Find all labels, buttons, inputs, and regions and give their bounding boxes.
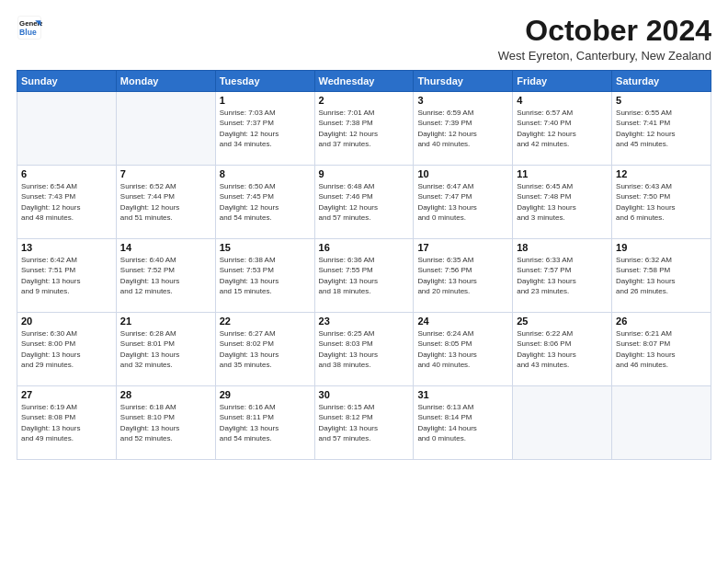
day-number: 28 bbox=[120, 389, 211, 400]
cell-w4-d3: 23Sunrise: 6:25 AM Sunset: 8:03 PM Dayli… bbox=[314, 313, 414, 386]
cell-w1-d3: 2Sunrise: 7:01 AM Sunset: 7:38 PM Daylig… bbox=[314, 92, 414, 166]
day-info: Sunrise: 6:30 AM Sunset: 8:00 PM Dayligh… bbox=[21, 328, 112, 370]
day-number: 15 bbox=[220, 242, 311, 253]
logo: General Blue bbox=[17, 15, 42, 40]
week-row-1: 1Sunrise: 7:03 AM Sunset: 7:37 PM Daylig… bbox=[17, 92, 711, 166]
day-info: Sunrise: 6:59 AM Sunset: 7:39 PM Dayligh… bbox=[417, 108, 508, 149]
cell-w1-d0 bbox=[17, 92, 117, 166]
cell-w5-d0: 27Sunrise: 6:19 AM Sunset: 8:08 PM Dayli… bbox=[17, 386, 117, 460]
day-number: 12 bbox=[616, 168, 707, 179]
day-number: 24 bbox=[417, 316, 508, 327]
header: General Blue October 2024 West Eyreton, … bbox=[17, 15, 711, 63]
day-info: Sunrise: 6:55 AM Sunset: 7:41 PM Dayligh… bbox=[616, 108, 707, 149]
day-info: Sunrise: 6:25 AM Sunset: 8:03 PM Dayligh… bbox=[319, 328, 410, 370]
col-sunday: Sunday bbox=[17, 71, 117, 92]
cell-w1-d1 bbox=[116, 92, 215, 166]
day-info: Sunrise: 6:27 AM Sunset: 8:02 PM Dayligh… bbox=[220, 328, 311, 370]
header-row: Sunday Monday Tuesday Wednesday Thursday… bbox=[17, 71, 711, 92]
day-number: 11 bbox=[517, 168, 608, 179]
col-monday: Monday bbox=[116, 71, 215, 92]
day-info: Sunrise: 6:19 AM Sunset: 8:08 PM Dayligh… bbox=[21, 402, 112, 443]
cell-w1-d5: 4Sunrise: 6:57 AM Sunset: 7:40 PM Daylig… bbox=[513, 92, 612, 166]
cell-w4-d0: 20Sunrise: 6:30 AM Sunset: 8:00 PM Dayli… bbox=[17, 313, 117, 386]
day-info: Sunrise: 6:24 AM Sunset: 8:05 PM Dayligh… bbox=[417, 328, 508, 370]
cell-w5-d4: 31Sunrise: 6:13 AM Sunset: 8:14 PM Dayli… bbox=[414, 386, 513, 460]
day-info: Sunrise: 6:15 AM Sunset: 8:12 PM Dayligh… bbox=[319, 402, 410, 443]
day-number: 27 bbox=[21, 389, 112, 400]
day-number: 2 bbox=[319, 95, 410, 106]
cell-w2-d0: 6Sunrise: 6:54 AM Sunset: 7:43 PM Daylig… bbox=[17, 166, 117, 239]
day-number: 5 bbox=[616, 95, 707, 106]
day-info: Sunrise: 6:16 AM Sunset: 8:11 PM Dayligh… bbox=[220, 402, 311, 443]
cell-w3-d0: 13Sunrise: 6:42 AM Sunset: 7:51 PM Dayli… bbox=[17, 239, 117, 313]
day-number: 23 bbox=[319, 316, 410, 327]
day-info: Sunrise: 6:38 AM Sunset: 7:53 PM Dayligh… bbox=[220, 255, 311, 296]
day-info: Sunrise: 6:21 AM Sunset: 8:07 PM Dayligh… bbox=[616, 328, 707, 370]
cell-w3-d2: 15Sunrise: 6:38 AM Sunset: 7:53 PM Dayli… bbox=[215, 239, 314, 313]
day-info: Sunrise: 6:36 AM Sunset: 7:55 PM Dayligh… bbox=[319, 255, 410, 296]
calendar-table: Sunday Monday Tuesday Wednesday Thursday… bbox=[17, 70, 711, 460]
day-info: Sunrise: 6:47 AM Sunset: 7:47 PM Dayligh… bbox=[417, 181, 508, 223]
page: General Blue October 2024 West Eyreton, … bbox=[0, 0, 728, 563]
day-info: Sunrise: 6:54 AM Sunset: 7:43 PM Dayligh… bbox=[21, 181, 112, 223]
cell-w3-d4: 17Sunrise: 6:35 AM Sunset: 7:56 PM Dayli… bbox=[414, 239, 513, 313]
day-number: 31 bbox=[417, 389, 508, 400]
cell-w5-d5 bbox=[513, 386, 612, 460]
cell-w5-d3: 30Sunrise: 6:15 AM Sunset: 8:12 PM Dayli… bbox=[314, 386, 414, 460]
cell-w4-d2: 22Sunrise: 6:27 AM Sunset: 8:02 PM Dayli… bbox=[215, 313, 314, 386]
cell-w2-d6: 12Sunrise: 6:43 AM Sunset: 7:50 PM Dayli… bbox=[612, 166, 711, 239]
day-number: 4 bbox=[517, 95, 608, 106]
svg-text:Blue: Blue bbox=[19, 28, 37, 37]
day-number: 26 bbox=[616, 316, 707, 327]
day-number: 21 bbox=[120, 316, 211, 327]
day-info: Sunrise: 6:42 AM Sunset: 7:51 PM Dayligh… bbox=[21, 255, 112, 296]
day-number: 18 bbox=[517, 242, 608, 253]
cell-w1-d6: 5Sunrise: 6:55 AM Sunset: 7:41 PM Daylig… bbox=[612, 92, 711, 166]
day-number: 14 bbox=[120, 242, 211, 253]
day-number: 17 bbox=[417, 242, 508, 253]
col-saturday: Saturday bbox=[612, 71, 711, 92]
day-number: 8 bbox=[220, 168, 311, 179]
day-info: Sunrise: 6:40 AM Sunset: 7:52 PM Dayligh… bbox=[120, 255, 211, 296]
cell-w1-d4: 3Sunrise: 6:59 AM Sunset: 7:39 PM Daylig… bbox=[414, 92, 513, 166]
cell-w3-d5: 18Sunrise: 6:33 AM Sunset: 7:57 PM Dayli… bbox=[513, 239, 612, 313]
month-title: October 2024 bbox=[498, 15, 711, 47]
day-info: Sunrise: 6:22 AM Sunset: 8:06 PM Dayligh… bbox=[517, 328, 608, 370]
day-number: 1 bbox=[220, 95, 311, 106]
day-info: Sunrise: 6:13 AM Sunset: 8:14 PM Dayligh… bbox=[417, 402, 508, 443]
day-number: 25 bbox=[517, 316, 608, 327]
day-info: Sunrise: 6:28 AM Sunset: 8:01 PM Dayligh… bbox=[120, 328, 211, 370]
day-number: 20 bbox=[21, 316, 112, 327]
cell-w5-d2: 29Sunrise: 6:16 AM Sunset: 8:11 PM Dayli… bbox=[215, 386, 314, 460]
day-number: 9 bbox=[319, 168, 410, 179]
col-tuesday: Tuesday bbox=[215, 71, 314, 92]
day-info: Sunrise: 6:32 AM Sunset: 7:58 PM Dayligh… bbox=[616, 255, 707, 296]
cell-w3-d3: 16Sunrise: 6:36 AM Sunset: 7:55 PM Dayli… bbox=[314, 239, 414, 313]
location: West Eyreton, Canterbury, New Zealand bbox=[498, 49, 711, 63]
day-number: 3 bbox=[417, 95, 508, 106]
cell-w5-d1: 28Sunrise: 6:18 AM Sunset: 8:10 PM Dayli… bbox=[116, 386, 215, 460]
cell-w2-d3: 9Sunrise: 6:48 AM Sunset: 7:46 PM Daylig… bbox=[314, 166, 414, 239]
col-friday: Friday bbox=[513, 71, 612, 92]
col-thursday: Thursday bbox=[414, 71, 513, 92]
day-info: Sunrise: 6:43 AM Sunset: 7:50 PM Dayligh… bbox=[616, 181, 707, 223]
cell-w4-d5: 25Sunrise: 6:22 AM Sunset: 8:06 PM Dayli… bbox=[513, 313, 612, 386]
day-info: Sunrise: 6:52 AM Sunset: 7:44 PM Dayligh… bbox=[120, 181, 211, 223]
cell-w3-d1: 14Sunrise: 6:40 AM Sunset: 7:52 PM Dayli… bbox=[116, 239, 215, 313]
week-row-2: 6Sunrise: 6:54 AM Sunset: 7:43 PM Daylig… bbox=[17, 166, 711, 239]
day-info: Sunrise: 6:48 AM Sunset: 7:46 PM Dayligh… bbox=[319, 181, 410, 223]
day-info: Sunrise: 6:45 AM Sunset: 7:48 PM Dayligh… bbox=[517, 181, 608, 223]
day-number: 13 bbox=[21, 242, 112, 253]
cell-w2-d5: 11Sunrise: 6:45 AM Sunset: 7:48 PM Dayli… bbox=[513, 166, 612, 239]
cell-w4-d4: 24Sunrise: 6:24 AM Sunset: 8:05 PM Dayli… bbox=[414, 313, 513, 386]
day-number: 30 bbox=[319, 389, 410, 400]
day-info: Sunrise: 7:01 AM Sunset: 7:38 PM Dayligh… bbox=[319, 108, 410, 149]
cell-w2-d4: 10Sunrise: 6:47 AM Sunset: 7:47 PM Dayli… bbox=[414, 166, 513, 239]
day-number: 6 bbox=[21, 168, 112, 179]
week-row-5: 27Sunrise: 6:19 AM Sunset: 8:08 PM Dayli… bbox=[17, 386, 711, 460]
day-info: Sunrise: 6:57 AM Sunset: 7:40 PM Dayligh… bbox=[517, 108, 608, 149]
day-info: Sunrise: 6:35 AM Sunset: 7:56 PM Dayligh… bbox=[417, 255, 508, 296]
cell-w4-d6: 26Sunrise: 6:21 AM Sunset: 8:07 PM Dayli… bbox=[612, 313, 711, 386]
day-number: 22 bbox=[220, 316, 311, 327]
day-number: 7 bbox=[120, 168, 211, 179]
